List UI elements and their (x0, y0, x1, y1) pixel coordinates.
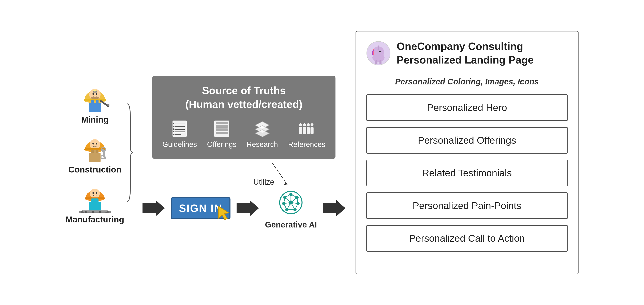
card-personalized-offerings: Personalized Offerings (366, 127, 568, 154)
svg-point-96 (379, 51, 381, 52)
svg-point-62 (310, 123, 314, 126)
svg-rect-19 (96, 150, 98, 153)
svg-point-60 (307, 123, 310, 126)
signin-text: SIGN IN (179, 202, 222, 214)
svg-point-35 (92, 211, 94, 213)
manufacturing-icon (79, 181, 111, 213)
ai-section: Generative AI (265, 187, 317, 229)
card-related-testimonials: Related Testimonials (366, 160, 568, 186)
svg-point-14 (96, 143, 97, 144)
signin-box[interactable]: SIGN IN (171, 197, 231, 219)
research-icon (253, 120, 272, 138)
card-call-to-action: Personalized Call to Action (366, 225, 568, 252)
svg-rect-98 (376, 60, 378, 64)
source-icons-row: Guidelines Offerings (162, 120, 325, 149)
card-personalized-hero: Personalized Hero (366, 94, 568, 121)
svg-rect-9 (91, 100, 94, 104)
svg-point-97 (372, 54, 384, 62)
svg-marker-67 (218, 206, 229, 220)
svg-line-78 (285, 194, 291, 197)
svg-rect-18 (92, 150, 94, 153)
svg-point-2 (92, 93, 94, 95)
landing-page-section: OneCompany Consulting Personalized Landi… (356, 31, 578, 274)
manufacturing-label: Manufacturing (66, 215, 124, 224)
industry-manufacturing: Manufacturing (66, 181, 124, 224)
svg-line-64 (272, 163, 286, 183)
lp-header: OneCompany Consulting Personalized Landi… (366, 40, 568, 67)
svg-marker-66 (142, 200, 165, 216)
references-item: References (288, 120, 325, 149)
svg-marker-55 (255, 130, 270, 137)
arrow-to-landing (323, 199, 346, 217)
svg-line-83 (284, 203, 287, 210)
main-container: Mining (0, 0, 644, 305)
svg-line-79 (291, 194, 297, 197)
svg-point-13 (92, 143, 94, 144)
svg-point-24 (90, 189, 100, 198)
svg-line-87 (291, 197, 297, 202)
svg-rect-4 (84, 99, 106, 101)
middle-section: Source of Truths(Human vetted/created) (142, 76, 346, 229)
mining-label: Mining (81, 115, 108, 125)
construction-label: Construction (68, 165, 121, 174)
svg-marker-92 (323, 200, 346, 216)
source-title: Source of Truths(Human vetted/created) (162, 84, 325, 111)
company-logo (366, 41, 390, 65)
research-label: Research (247, 140, 278, 149)
svg-rect-99 (380, 60, 382, 64)
svg-line-90 (287, 202, 291, 210)
industry-mining: Mining (79, 81, 111, 125)
ai-label: Generative AI (265, 220, 317, 229)
svg-point-36 (99, 211, 101, 213)
svg-point-25 (92, 192, 94, 194)
industry-construction: Construction (68, 131, 121, 174)
svg-point-6 (93, 90, 96, 92)
offerings-label: Offerings (207, 140, 236, 149)
svg-rect-49 (216, 122, 228, 124)
svg-rect-16 (89, 153, 100, 162)
svg-point-58 (303, 123, 306, 126)
industries-section: Mining (66, 81, 132, 224)
source-of-truths-box: Source of Truths(Human vetted/created) (152, 76, 336, 159)
svg-rect-8 (89, 103, 101, 112)
references-label: References (288, 140, 325, 149)
svg-line-89 (291, 202, 295, 210)
svg-rect-44 (173, 126, 174, 127)
svg-line-81 (295, 203, 298, 210)
lp-company-name: OneCompany Consulting (397, 40, 534, 53)
svg-rect-61 (307, 127, 310, 134)
svg-rect-46 (173, 131, 174, 132)
svg-point-56 (299, 123, 302, 126)
svg-line-7 (101, 101, 108, 106)
offerings-icon (213, 120, 231, 138)
arrow-to-ai (236, 199, 259, 217)
arrow-to-signin (142, 199, 165, 217)
svg-rect-63 (310, 127, 314, 134)
lp-title-block: OneCompany Consulting Personalized Landi… (397, 40, 534, 67)
construction-icon (79, 131, 111, 163)
svg-rect-50 (216, 125, 228, 128)
card-pain-points: Personalized Pain-Points (366, 192, 568, 219)
brace (126, 92, 134, 214)
svg-point-12 (90, 139, 100, 150)
svg-rect-29 (91, 198, 98, 202)
personalization-label: Personalized Coloring, Images, Icons (366, 77, 568, 86)
svg-rect-10 (96, 100, 98, 104)
svg-rect-59 (303, 127, 306, 134)
guidelines-icon (170, 120, 189, 138)
svg-rect-47 (173, 134, 174, 135)
svg-point-3 (96, 93, 97, 95)
svg-marker-68 (236, 200, 259, 216)
flow-row: SIGN IN (142, 187, 346, 229)
svg-rect-43 (173, 123, 174, 124)
mining-icon (79, 81, 111, 113)
offerings-item: Offerings (207, 120, 236, 149)
svg-line-85 (285, 197, 291, 202)
svg-point-26 (96, 192, 97, 194)
svg-marker-65 (284, 182, 288, 185)
research-item: Research (247, 120, 278, 149)
svg-rect-45 (173, 128, 174, 130)
lp-page-type: Personalized Landing Page (397, 53, 534, 67)
references-icon (298, 120, 316, 138)
utilize-area: Utilize (173, 163, 315, 187)
